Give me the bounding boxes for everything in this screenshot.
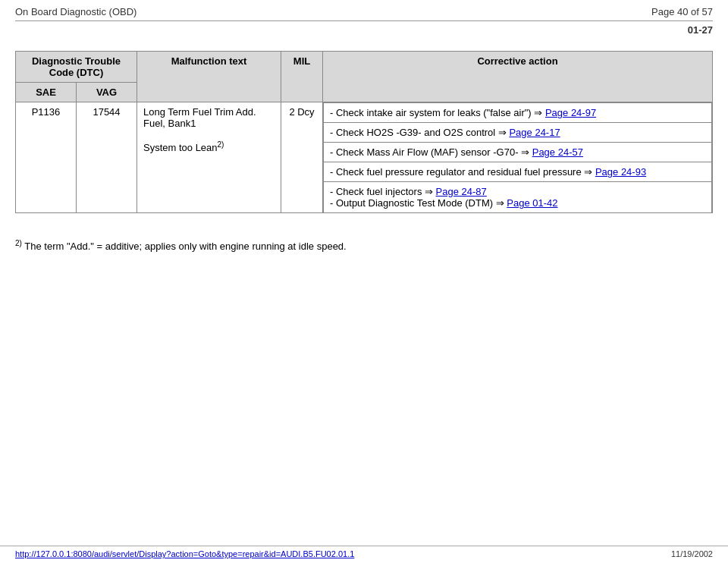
corrective-text-4: - Check fuel injectors ⇒ Page 24-87 - Ou…	[324, 182, 712, 213]
document-title: On Board Diagnostic (OBD)	[15, 6, 136, 17]
table-row: P1136 17544 Long Term Fuel Trim Add. Fue…	[16, 102, 713, 213]
malfunction-line1: Long Term Fuel Trim Add. Fuel, Bank1	[143, 106, 256, 129]
corrective-text-1: - Check HO2S -G39- and O2S control ⇒ Pag…	[324, 123, 712, 143]
corrective-text-0: - Check intake air system for leaks ("fa…	[324, 103, 712, 123]
page-id: 01-27	[688, 24, 713, 36]
corrective-item-0: - Check intake air system for leaks ("fa…	[324, 103, 712, 123]
corrective-link-0[interactable]: Page 24-97	[545, 107, 596, 118]
page-footer: http://127.0.0.1:8080/audi/servlet/Displ…	[0, 546, 728, 558]
cell-corrective: - Check intake air system for leaks ("fa…	[323, 102, 713, 213]
footnote-superscript: 2)	[15, 241, 22, 252]
corrective-link-1[interactable]: Page 24-17	[509, 127, 560, 138]
corrective-item-1: - Check HO2S -G39- and O2S control ⇒ Pag…	[324, 123, 712, 143]
corrective-text-2: - Check Mass Air Flow (MAF) sensor -G70-…	[324, 143, 712, 162]
corrective-text-3: - Check fuel pressure regulator and resi…	[324, 162, 712, 182]
footnote-text: The term "Add." = additive; applies only…	[24, 241, 346, 252]
corrective-item-3: - Check fuel pressure regulator and resi…	[324, 162, 712, 182]
corrective-link-3[interactable]: Page 24-93	[595, 166, 646, 178]
footer-date: 11/19/2002	[671, 549, 713, 558]
malfunction-line2: System too Lean	[143, 142, 218, 153]
content-area: Diagnostic Trouble Code (DTC) Malfunctio…	[0, 43, 728, 228]
corrective-subtable: - Check intake air system for leaks ("fa…	[323, 102, 712, 212]
cell-vag: 17544	[77, 102, 137, 213]
col-header-vag: VAG	[77, 83, 137, 102]
cell-mil: 2 Dcy	[281, 102, 323, 213]
cell-sae: P1136	[16, 102, 77, 213]
footnote-area: 2) The term "Add." = additive; applies o…	[0, 228, 728, 259]
cell-malfunction: Long Term Fuel Trim Add. Fuel, Bank1 Sys…	[137, 102, 281, 213]
col-header-corrective: Corrective action	[323, 52, 713, 102]
col-header-mil: MIL	[281, 52, 323, 102]
diagnostic-table: Diagnostic Trouble Code (DTC) Malfunctio…	[15, 51, 713, 213]
table-header-row-1: Diagnostic Trouble Code (DTC) Malfunctio…	[16, 52, 713, 83]
footer-url[interactable]: http://127.0.0.1:8080/audi/servlet/Displ…	[15, 549, 354, 558]
corrective-link-4[interactable]: Page 24-87	[436, 186, 487, 197]
corrective-link-5[interactable]: Page 01-42	[507, 197, 557, 209]
corrective-item-4: - Check fuel injectors ⇒ Page 24-87 - Ou…	[324, 182, 712, 213]
page-number: Page 40 of 57	[651, 6, 713, 17]
corrective-item-2: - Check Mass Air Flow (MAF) sensor -G70-…	[324, 143, 712, 162]
col-header-malfunction: Malfunction text	[137, 52, 281, 102]
col-header-sae: SAE	[16, 83, 77, 102]
corrective-link-2[interactable]: Page 24-57	[532, 146, 583, 158]
col-header-dtc: Diagnostic Trouble Code (DTC)	[16, 52, 137, 83]
footnote-marker: 2)	[218, 140, 224, 149]
